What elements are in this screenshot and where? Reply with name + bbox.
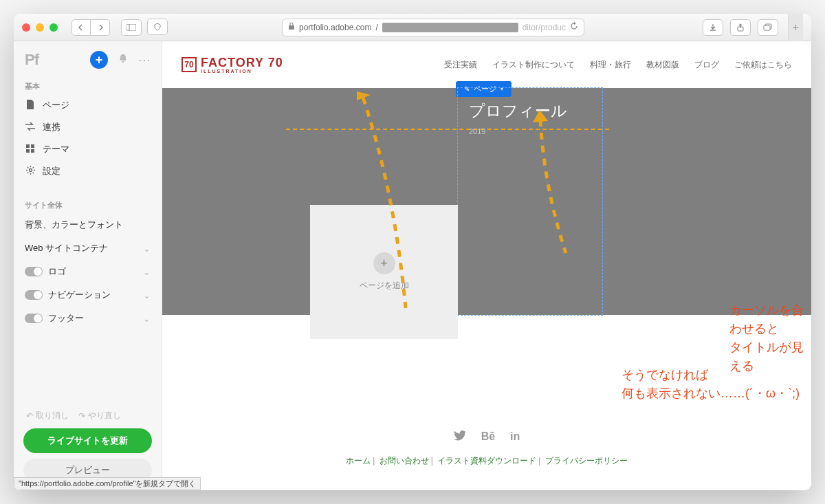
integration-icon bbox=[25, 122, 36, 133]
minimize-icon[interactable] bbox=[36, 23, 44, 32]
nav-link[interactable]: イラスト制作について bbox=[492, 59, 575, 71]
titlebar: portfolio.adobe.com/ ditor/produc + bbox=[14, 14, 811, 41]
toggle-nav[interactable] bbox=[25, 290, 43, 300]
sidebar-item-footer[interactable]: フッター ⌄ bbox=[14, 307, 162, 330]
sidebar-item-container[interactable]: Web サイトコンテナ ⌄ bbox=[14, 237, 162, 260]
editor-canvas: 70 FACTORY 70 ILLUSTRATION 受注実績 イラスト制作につ… bbox=[162, 41, 811, 490]
nav-link[interactable]: 料理・旅行 bbox=[590, 59, 631, 71]
svg-point-10 bbox=[29, 169, 32, 172]
sidebar-item-settings[interactable]: 設定 bbox=[14, 160, 162, 182]
footer-link[interactable]: お問い合わせ bbox=[380, 456, 429, 465]
linkedin-icon[interactable]: in bbox=[510, 430, 520, 443]
annotation-2: そうでなければ 何も表示されない……(´・ω・`;) bbox=[622, 366, 800, 403]
bell-icon[interactable] bbox=[118, 53, 129, 67]
undo-redo: ↶ 取り消し ↷ やり直し bbox=[23, 410, 152, 428]
status-tooltip: "https://portfolio.adobe.com/profile"を新規… bbox=[14, 477, 201, 490]
footer-link[interactable]: イラスト資料ダウンロード bbox=[437, 456, 536, 465]
logo-mark-icon: 70 bbox=[182, 57, 197, 72]
browser-window: portfolio.adobe.com/ ditor/produc + bbox=[14, 14, 811, 490]
back-button[interactable] bbox=[72, 19, 91, 36]
svg-rect-2 bbox=[289, 25, 294, 30]
twitter-icon[interactable] bbox=[454, 430, 466, 443]
svg-rect-6 bbox=[26, 144, 30, 148]
theme-icon bbox=[25, 144, 36, 155]
url-bar[interactable]: portfolio.adobe.com/ ditor/produc bbox=[282, 19, 584, 36]
footer-socials: Bē in bbox=[162, 430, 811, 443]
footer-link[interactable]: ホーム bbox=[346, 456, 371, 465]
chevron-down-icon: ⌄ bbox=[143, 267, 151, 277]
window-controls bbox=[22, 23, 58, 32]
sidebar-item-themes[interactable]: テーマ bbox=[14, 138, 162, 160]
more-icon[interactable]: ⋯ bbox=[138, 52, 151, 67]
page-icon bbox=[25, 100, 36, 111]
sidebar-item-integrations[interactable]: 連携 bbox=[14, 116, 162, 138]
sidebar-item-logo[interactable]: ロゴ ⌄ bbox=[14, 260, 162, 283]
add-page-tile[interactable]: + ページを追加 bbox=[310, 205, 458, 339]
svg-rect-8 bbox=[26, 149, 30, 153]
nav-link[interactable]: ご依頼はこちら bbox=[734, 59, 792, 71]
site-nav: 受注実績 イラスト制作について 料理・旅行 教材図版 ブログ ご依頼はこちら bbox=[444, 59, 792, 71]
close-icon[interactable] bbox=[22, 23, 30, 32]
svg-rect-5 bbox=[764, 25, 770, 30]
update-live-button[interactable]: ライブサイトを更新 bbox=[23, 428, 152, 453]
nav-link[interactable]: ブログ bbox=[694, 59, 719, 71]
behance-icon[interactable]: Bē bbox=[481, 430, 495, 443]
nav-link[interactable]: 受注実績 bbox=[444, 59, 477, 71]
sidebar-item-colors[interactable]: 背景、カラーとフォント bbox=[14, 213, 162, 237]
svg-rect-7 bbox=[31, 144, 34, 148]
section-sitewide: サイト全体 bbox=[14, 195, 162, 213]
nav-buttons bbox=[72, 19, 110, 36]
hero-section: ✎ ページ ▾ プロフィール 2019 + ページを追加 bbox=[162, 88, 811, 315]
privacy-button[interactable] bbox=[147, 19, 168, 35]
toggle-footer[interactable] bbox=[25, 314, 43, 323]
footer-link[interactable]: プライバシーポリシー bbox=[545, 456, 628, 465]
site-logo[interactable]: 70 FACTORY 70 ILLUSTRATION bbox=[182, 56, 283, 74]
sidebar-item-nav[interactable]: ナビゲーション ⌄ bbox=[14, 283, 162, 307]
reload-icon[interactable] bbox=[570, 22, 578, 32]
content: Pf + ⋯ 基本 ページ 連携 bbox=[14, 41, 811, 490]
footer-links: ホーム| お問い合わせ| イラスト資料ダウンロード| プライバシーポリシー bbox=[162, 455, 811, 467]
add-button[interactable]: + bbox=[90, 51, 108, 69]
sidebar-item-pages[interactable]: ページ bbox=[14, 94, 162, 116]
redo-button[interactable]: ↷ やり直し bbox=[78, 410, 121, 421]
lock-icon bbox=[288, 22, 295, 32]
toolbar-right bbox=[703, 19, 778, 36]
maximize-icon[interactable] bbox=[50, 23, 58, 32]
tile-title: プロフィール bbox=[469, 100, 591, 122]
chevron-down-icon: ⌄ bbox=[143, 290, 151, 300]
svg-rect-9 bbox=[31, 149, 34, 153]
chevron-down-icon: ⌄ bbox=[143, 314, 151, 324]
url-host: portfolio.adobe.com bbox=[299, 23, 371, 32]
tile-year: 2019 bbox=[469, 127, 591, 135]
url-suffix: ditor/produc bbox=[522, 23, 566, 32]
plus-icon: + bbox=[373, 252, 395, 274]
editor-sidebar: Pf + ⋯ 基本 ページ 連携 bbox=[14, 41, 162, 490]
svg-rect-0 bbox=[126, 24, 136, 31]
undo-button[interactable]: ↶ 取り消し bbox=[26, 410, 69, 421]
pf-logo: Pf bbox=[25, 51, 38, 69]
share-button[interactable] bbox=[730, 19, 751, 36]
page-tile[interactable]: プロフィール 2019 bbox=[458, 88, 602, 315]
url-selection bbox=[382, 23, 518, 32]
nav-link[interactable]: 教材図版 bbox=[646, 59, 679, 71]
downloads-button[interactable] bbox=[703, 19, 723, 36]
tabs-button[interactable] bbox=[758, 19, 778, 36]
gear-icon bbox=[25, 166, 36, 177]
sidebar-header: Pf + ⋯ bbox=[14, 41, 162, 76]
section-basic: 基本 bbox=[14, 76, 162, 94]
toggle-logo[interactable] bbox=[25, 267, 43, 276]
forward-button[interactable] bbox=[91, 19, 110, 36]
chevron-down-icon: ⌄ bbox=[143, 243, 151, 254]
sidebar-toggle-button[interactable] bbox=[121, 19, 142, 36]
